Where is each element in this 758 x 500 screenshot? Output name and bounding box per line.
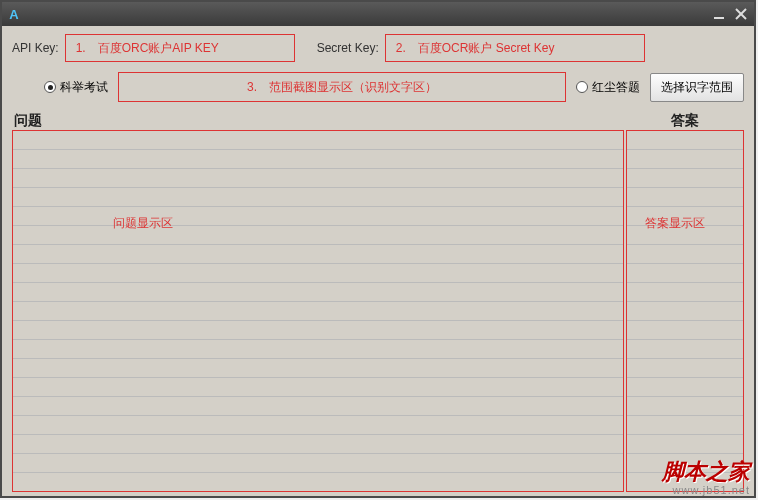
columns: 问题显示区 答案显示区 xyxy=(12,130,744,492)
titlebar-buttons xyxy=(710,6,750,22)
radio-hongchen-label: 红尘答题 xyxy=(592,79,640,96)
question-header: 问题 xyxy=(12,112,626,130)
minimize-button[interactable] xyxy=(710,6,728,22)
content-area: API Key: 1. 百度ORC账户AIP KEY Secret Key: 2… xyxy=(2,26,754,496)
api-row: API Key: 1. 百度ORC账户AIP KEY Secret Key: 2… xyxy=(12,34,744,62)
api-key-input[interactable]: 1. 百度ORC账户AIP KEY xyxy=(65,34,295,62)
capture-zone-annotation: 3. 范围截图显示区（识别文字区） xyxy=(247,79,437,96)
question-area-annotation: 问题显示区 xyxy=(113,215,173,232)
options-row: 科举考试 3. 范围截图显示区（识别文字区） 红尘答题 选择识字范围 xyxy=(12,72,744,102)
svg-rect-0 xyxy=(714,17,724,19)
answer-header: 答案 xyxy=(626,112,744,130)
secret-key-annotation: 2. 百度OCR账户 Secret Key xyxy=(396,40,555,57)
select-range-button[interactable]: 选择识字范围 xyxy=(650,73,744,102)
answer-area[interactable]: 答案显示区 xyxy=(626,130,744,492)
answer-lines xyxy=(627,131,743,491)
columns-header: 问题 答案 xyxy=(12,112,744,130)
secret-key-label: Secret Key: xyxy=(317,41,379,55)
answer-area-annotation: 答案显示区 xyxy=(645,215,705,232)
app-icon: A xyxy=(6,6,22,22)
radio-hongchen[interactable]: 红尘答题 xyxy=(576,79,640,96)
close-button[interactable] xyxy=(732,6,750,22)
titlebar: A xyxy=(2,2,754,26)
app-window: A API Key: 1. 百度ORC账户AIP KEY Secret Key:… xyxy=(0,0,756,498)
api-key-annotation: 1. 百度ORC账户AIP KEY xyxy=(76,40,219,57)
radio-keju-dot xyxy=(44,81,56,93)
question-area[interactable]: 问题显示区 xyxy=(12,130,624,492)
radio-keju-label: 科举考试 xyxy=(60,79,108,96)
api-key-label: API Key: xyxy=(12,41,59,55)
radio-keju[interactable]: 科举考试 xyxy=(44,79,108,96)
titlebar-left: A xyxy=(6,6,22,22)
capture-zone-display: 3. 范围截图显示区（识别文字区） xyxy=(118,72,566,102)
radio-hongchen-dot xyxy=(576,81,588,93)
secret-key-input[interactable]: 2. 百度OCR账户 Secret Key xyxy=(385,34,645,62)
question-lines xyxy=(13,131,623,491)
